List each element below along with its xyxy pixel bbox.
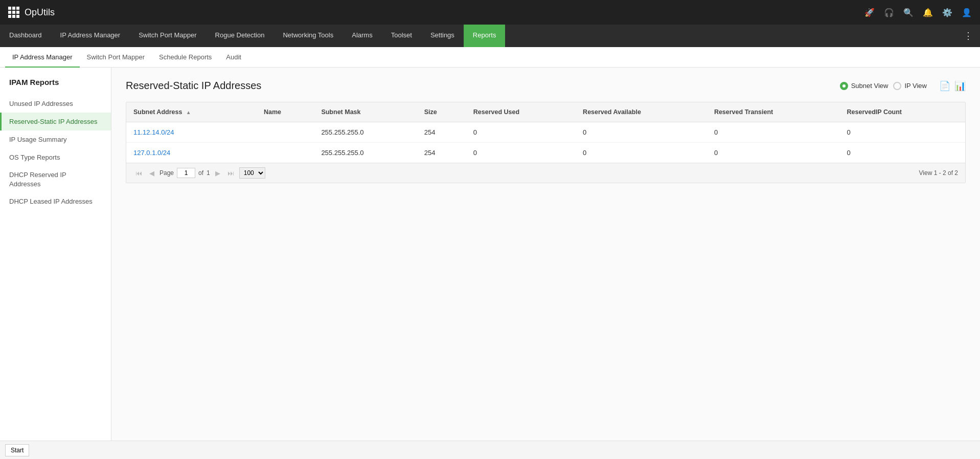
- total-pages: 1: [207, 169, 210, 177]
- bell-icon[interactable]: 🔔: [923, 8, 933, 17]
- page-label: Page: [159, 169, 174, 177]
- of-label: of: [198, 169, 203, 177]
- sidebar-item-dhcp-leased[interactable]: DHCP Leased IP Addresses: [0, 193, 111, 210]
- prev-page-button[interactable]: ◀: [147, 168, 156, 178]
- table-container: Subnet Address ▲ Name Subnet Mask Size R…: [126, 102, 966, 183]
- first-page-button[interactable]: ⏮: [133, 168, 144, 178]
- sub-nav-switch-port-mapper[interactable]: Switch Port Mapper: [80, 47, 152, 68]
- col-name: Name: [257, 102, 314, 122]
- main-nav: Dashboard IP Address Manager Switch Port…: [0, 25, 980, 47]
- col-size: Size: [417, 102, 466, 122]
- data-table: Subnet Address ▲ Name Subnet Mask Size R…: [126, 102, 965, 163]
- subnet-view-radio[interactable]: [840, 82, 848, 90]
- page-title: Reserved-Static IP Addresses: [126, 80, 840, 92]
- bottom-bar: Start: [0, 441, 980, 459]
- sidebar-item-reserved-static[interactable]: Reserved-Static IP Addresses: [0, 113, 111, 130]
- col-reserved-available: Reserved Available: [576, 102, 707, 122]
- headset-icon[interactable]: 🎧: [884, 8, 894, 17]
- sidebar: IPAM Reports Unused IP Addresses Reserve…: [0, 68, 111, 459]
- top-bar-icons: 🚀 🎧 🔍 🔔 ⚙️ 👤: [864, 8, 972, 17]
- size-cell: 254: [417, 143, 466, 163]
- top-bar: OpUtils 🚀 🎧 🔍 🔔 ⚙️ 👤: [0, 0, 980, 25]
- sidebar-item-ip-usage-summary[interactable]: IP Usage Summary: [0, 130, 111, 148]
- nav-item-toolset[interactable]: Toolset: [382, 25, 421, 47]
- reserved-available-cell: 0: [576, 143, 707, 163]
- export-icons: 📄 📊: [939, 80, 966, 92]
- sidebar-item-dhcp-reserved[interactable]: DHCP Reserved IPAddresses: [0, 166, 111, 193]
- reservedip-count-cell: 0: [840, 122, 965, 143]
- view-info: View 1 - 2 of 2: [919, 169, 959, 177]
- nav-item-rogue-detection[interactable]: Rogue Detection: [206, 25, 274, 47]
- pagination-controls: ⏮ ◀ Page of 1 ▶ ⏭ 10 25 50 100: [133, 167, 265, 179]
- gear-icon[interactable]: ⚙️: [942, 8, 952, 17]
- subnet-address-cell[interactable]: 127.0.1.0/24: [126, 143, 257, 163]
- reserved-used-cell: 0: [466, 143, 576, 163]
- app-logo: OpUtils: [8, 7, 55, 18]
- col-reserved-used: Reserved Used: [466, 102, 576, 122]
- subnet-mask-cell: 255.255.255.0: [314, 143, 417, 163]
- size-cell: 254: [417, 122, 466, 143]
- sort-arrow-subnet: ▲: [186, 110, 191, 115]
- table-row: 127.0.1.0/24255.255.255.02540000: [126, 143, 965, 163]
- sidebar-item-os-type-reports[interactable]: OS Type Reports: [0, 148, 111, 166]
- search-icon[interactable]: 🔍: [903, 8, 914, 17]
- nav-item-reports[interactable]: Reports: [464, 25, 506, 47]
- content-area: IPAM Reports Unused IP Addresses Reserve…: [0, 68, 980, 459]
- ip-view-toggle[interactable]: IP View: [893, 82, 927, 90]
- main-content: Reserved-Static IP Addresses Subnet View…: [111, 68, 980, 459]
- grid-icon: [8, 7, 19, 18]
- reservedip-count-cell: 0: [840, 143, 965, 163]
- sub-nav-audit[interactable]: Audit: [219, 47, 248, 68]
- start-button[interactable]: Start: [5, 444, 29, 456]
- col-reserved-transient: Reserved Transient: [707, 102, 840, 122]
- nav-item-dashboard[interactable]: Dashboard: [0, 25, 51, 47]
- ip-view-radio[interactable]: [893, 82, 901, 90]
- nav-more-button[interactable]: ⋮: [956, 25, 980, 47]
- col-subnet-address[interactable]: Subnet Address ▲: [126, 102, 257, 122]
- pagination-row: ⏮ ◀ Page of 1 ▶ ⏭ 10 25 50 100 View 1 - …: [126, 163, 965, 183]
- reserved-used-cell: 0: [466, 122, 576, 143]
- subnet-view-label: Subnet View: [851, 82, 888, 90]
- subnet-address-cell[interactable]: 11.12.14.0/24: [126, 122, 257, 143]
- nav-item-settings[interactable]: Settings: [421, 25, 464, 47]
- nav-item-networking-tools[interactable]: Networking Tools: [274, 25, 343, 47]
- name-cell: [257, 122, 314, 143]
- nav-item-switch-port-mapper[interactable]: Switch Port Mapper: [129, 25, 206, 47]
- csv-export-icon[interactable]: 📊: [954, 80, 966, 92]
- ip-view-label: IP View: [904, 82, 927, 90]
- sub-nav-schedule-reports[interactable]: Schedule Reports: [152, 47, 219, 68]
- sidebar-title: IPAM Reports: [0, 78, 111, 95]
- table-body: 11.12.14.0/24255.255.255.02540000127.0.1…: [126, 122, 965, 163]
- table-row: 11.12.14.0/24255.255.255.02540000: [126, 122, 965, 143]
- sub-nav-ip-address-manager[interactable]: IP Address Manager: [5, 47, 80, 68]
- subnet-mask-cell: 255.255.255.0: [314, 122, 417, 143]
- app-name: OpUtils: [25, 7, 55, 18]
- view-toggle: Subnet View IP View 📄 📊: [840, 80, 966, 92]
- subnet-view-toggle[interactable]: Subnet View: [840, 82, 888, 90]
- avatar-icon[interactable]: 👤: [962, 8, 972, 17]
- name-cell: [257, 143, 314, 163]
- next-page-button[interactable]: ▶: [213, 168, 222, 178]
- sidebar-item-unused-ip[interactable]: Unused IP Addresses: [0, 95, 111, 113]
- table-header-row: Subnet Address ▲ Name Subnet Mask Size R…: [126, 102, 965, 122]
- last-page-button[interactable]: ⏭: [225, 168, 236, 178]
- page-size-select[interactable]: 10 25 50 100: [239, 167, 265, 179]
- pdf-export-icon[interactable]: 📄: [939, 80, 950, 92]
- sub-nav: IP Address Manager Switch Port Mapper Sc…: [0, 47, 980, 68]
- page-header: Reserved-Static IP Addresses Subnet View…: [126, 80, 966, 92]
- col-reservedip-count: ReservedIP Count: [840, 102, 965, 122]
- reserved-available-cell: 0: [576, 122, 707, 143]
- reserved-transient-cell: 0: [707, 143, 840, 163]
- page-number-input[interactable]: [177, 168, 195, 178]
- nav-item-ip-address-manager[interactable]: IP Address Manager: [51, 25, 130, 47]
- col-subnet-mask: Subnet Mask: [314, 102, 417, 122]
- nav-item-alarms[interactable]: Alarms: [343, 25, 381, 47]
- rocket-icon[interactable]: 🚀: [864, 8, 875, 17]
- reserved-transient-cell: 0: [707, 122, 840, 143]
